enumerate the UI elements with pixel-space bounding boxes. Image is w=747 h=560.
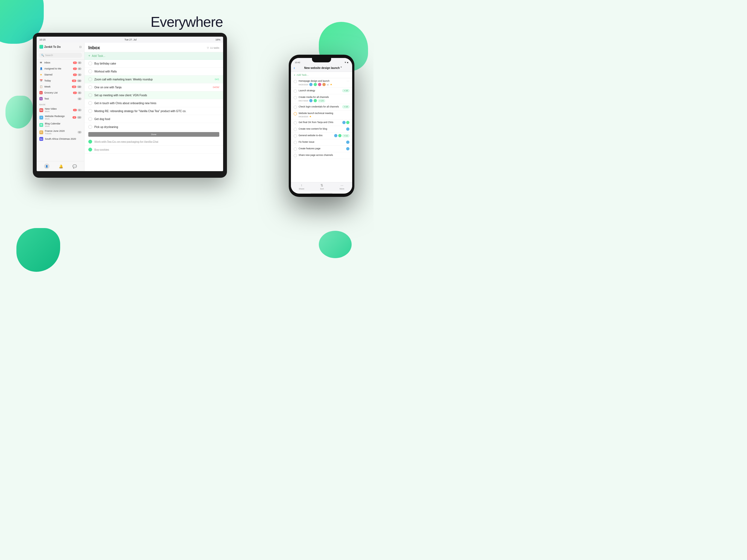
app-icon bbox=[40, 45, 43, 49]
sidebar-item-inbox[interactable]: ✉ Inbox 4 9 bbox=[36, 59, 84, 66]
more-label: More bbox=[340, 187, 344, 190]
tablet-time: 10:15 bbox=[40, 38, 46, 41]
phone-task-circle[interactable] bbox=[294, 154, 297, 157]
base-item-south-africa[interactable]: So South Africa Christmas 2020 bbox=[36, 136, 84, 142]
search-input[interactable]: 🔍 Search bbox=[39, 53, 82, 58]
sidebar-item-week[interactable]: 📋 Week 18 18 bbox=[36, 84, 84, 90]
phone-task-circle[interactable] bbox=[294, 141, 297, 144]
phone-task-item[interactable]: General website to-dos ≡ 0/2 bbox=[291, 133, 352, 139]
task-circle[interactable] bbox=[88, 85, 92, 89]
phone-task-item[interactable]: Create new content for blog bbox=[291, 126, 352, 133]
app-name: Zenkit To Do bbox=[40, 45, 61, 49]
phone-task-item[interactable]: Launch strategy ≡ 3/5 bbox=[291, 88, 352, 94]
phone-task-circle-orange[interactable] bbox=[294, 112, 297, 116]
phone-header: ‹ New website design launch ˅ bbox=[291, 65, 352, 72]
phone-share-button[interactable]: ↑ Share bbox=[299, 183, 304, 190]
more-icon: ··· bbox=[341, 183, 343, 187]
phone-task-circle[interactable] bbox=[294, 128, 297, 131]
today-icon: 📅 bbox=[40, 79, 43, 82]
task-circle[interactable] bbox=[88, 61, 92, 65]
sidebar-item-starred[interactable]: ★ Starred 4 4 bbox=[36, 72, 84, 78]
task-circle-done[interactable] bbox=[88, 140, 92, 144]
avatar bbox=[346, 147, 350, 150]
phone-add-task[interactable]: + Add Task... bbox=[291, 72, 352, 78]
sidebar-item-assigned[interactable]: 👤 Assigned to Me 2 6 bbox=[36, 66, 84, 72]
task-item-done[interactable]: Work with Tea Co. on new packaging for V… bbox=[84, 138, 223, 146]
tablet-frame: 10:15 Tue 27. Jul 16% Zenkit To Do ⊡ 🔍 S… bbox=[33, 33, 227, 178]
task-circle[interactable] bbox=[88, 70, 92, 73]
task-item[interactable]: Buy birthday cake bbox=[84, 59, 223, 68]
phone-time: 13:42 bbox=[295, 61, 300, 64]
sidebar-edit-icon[interactable]: ⊡ bbox=[79, 45, 81, 48]
search-icon: 🔍 bbox=[41, 54, 44, 57]
phone-task-circle[interactable] bbox=[294, 134, 297, 137]
assigned-badge-gray: 6 bbox=[78, 68, 81, 70]
phone-task-item[interactable]: Share new page across channels bbox=[291, 152, 352, 159]
task-item[interactable]: Get in touch with Chris about onboarding… bbox=[84, 99, 223, 107]
task-date: 04/1 bbox=[215, 78, 219, 81]
task-circle[interactable] bbox=[88, 125, 92, 129]
task-circle-done[interactable] bbox=[88, 148, 92, 152]
more-icon[interactable]: ⋯ bbox=[347, 80, 350, 82]
phone-task-item[interactable]: Homepage design and launch 04/20/2020 ●1… bbox=[291, 78, 352, 88]
base-item-blog-calendar[interactable]: Bi Blog Calendar Work bbox=[36, 121, 84, 128]
phone-more-button[interactable]: ··· More bbox=[340, 183, 344, 190]
tablet-content: Zenkit To Do ⊡ 🔍 Search ✉ Inbox bbox=[36, 43, 223, 171]
phone-task-item[interactable]: Check login credentials for all channels… bbox=[291, 104, 352, 110]
phone-bottom-bar: ↑ Share ⇅ Sort ··· More bbox=[291, 182, 352, 192]
task-item-done[interactable]: Buy cookies bbox=[84, 146, 223, 154]
task-item[interactable]: Meeting RE: rebranding strategy for "Van… bbox=[84, 107, 223, 115]
notifications-icon[interactable]: 🔔 bbox=[59, 164, 63, 169]
phone-task-item[interactable]: Fix footer issue bbox=[291, 139, 352, 146]
phone-task-circle[interactable] bbox=[294, 147, 297, 151]
phone-task-circle[interactable] bbox=[294, 105, 297, 109]
task-circle[interactable] bbox=[88, 93, 92, 97]
sidebar-item-test[interactable]: Te Test 2 bbox=[36, 96, 84, 102]
phone-task-list: Homepage design and launch 04/20/2020 ●1… bbox=[291, 78, 352, 182]
phone-task-circle[interactable] bbox=[294, 80, 297, 83]
sort-label: Sort bbox=[320, 187, 324, 190]
task-text: One on one with Tanja bbox=[94, 86, 210, 89]
task-item[interactable]: Workout with Rafa bbox=[84, 68, 223, 75]
task-circle[interactable] bbox=[88, 101, 92, 105]
sidebar-item-grocery[interactable]: Gr Grocery List 2 5 bbox=[36, 90, 84, 96]
search-bar[interactable]: 🔍 Search bbox=[36, 51, 84, 59]
task-text-done: Work with Tea Co. on new packaging for V… bbox=[94, 140, 219, 143]
phone-task-circle[interactable] bbox=[294, 121, 297, 124]
task-circle[interactable] bbox=[88, 117, 92, 121]
add-icon: + bbox=[294, 73, 295, 77]
phone-task-item[interactable]: Website launch technical meeting 04/16/2… bbox=[291, 110, 352, 120]
phone-task-item[interactable]: Create features page bbox=[291, 146, 352, 152]
france-icon: Fr bbox=[40, 130, 43, 134]
page-title: Everywhere bbox=[0, 14, 374, 30]
phone-sort-button[interactable]: ⇅ Sort bbox=[320, 183, 324, 190]
task-circle[interactable] bbox=[88, 109, 92, 113]
task-item-highlighted[interactable]: Set up meeting with new client: VGN Food… bbox=[84, 91, 223, 99]
avatar bbox=[309, 83, 312, 86]
task-text: Workout with Rafa bbox=[94, 70, 219, 73]
add-task-bar[interactable]: + Add Task... bbox=[84, 52, 223, 59]
list-count-badge: ≡ 3/5 bbox=[342, 89, 350, 92]
base-item-france[interactable]: Fr France June 2020 Travels 1 bbox=[36, 128, 84, 136]
task-item-highlighted[interactable]: Zoom call with marketing team: Weekly ro… bbox=[84, 75, 223, 83]
phone-task-circle[interactable] bbox=[294, 90, 297, 93]
base-item-website-redesign[interactable]: ≡ Website Redesign Work 4 10 bbox=[36, 114, 84, 121]
phone-task-item[interactable]: Get final OK from Tanja and Chris bbox=[291, 120, 352, 126]
phone-task-item[interactable]: Create media for all channels 04/17/2020… bbox=[291, 94, 352, 104]
tasks-count-badge: ▽ 11 tasks bbox=[207, 47, 219, 49]
task-item[interactable]: Get dog food bbox=[84, 115, 223, 123]
user-avatar[interactable]: 👤 bbox=[44, 163, 50, 169]
website-redesign-icon: ≡ bbox=[40, 116, 43, 120]
task-item[interactable]: Pick up drycleaning bbox=[84, 123, 223, 131]
task-circle[interactable] bbox=[88, 77, 92, 81]
list-count-badge: ≡ 4/5 bbox=[342, 105, 350, 108]
phone-task-circle[interactable] bbox=[294, 96, 297, 99]
sidebar-item-today[interactable]: 📅 Today 18 18 bbox=[36, 78, 84, 84]
chat-icon[interactable]: 💬 bbox=[73, 164, 77, 169]
blob-bottom-left bbox=[17, 228, 60, 272]
back-button[interactable]: ‹ bbox=[294, 66, 295, 70]
task-text: Pick up drycleaning bbox=[94, 126, 219, 128]
base-section-label: BASE bbox=[36, 102, 84, 106]
base-item-new-video[interactable]: Ne New Video Work 1 1 bbox=[36, 106, 84, 114]
task-item[interactable]: One on one with Tanja 04/06/ bbox=[84, 83, 223, 91]
